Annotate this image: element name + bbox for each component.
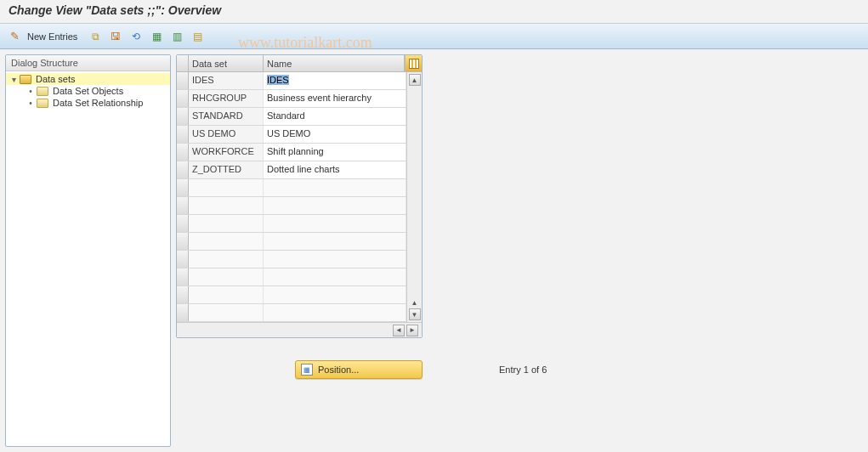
copy-as-icon[interactable] — [88, 29, 103, 44]
folder-closed-icon — [37, 99, 48, 108]
cell-dataset[interactable]: US DEMO — [189, 126, 264, 143]
dialog-structure-tree: ▾Data sets•Data Set Objects•Data Set Rel… — [6, 71, 170, 110]
cell-name[interactable] — [264, 197, 406, 214]
tree-node-label: Data sets — [36, 74, 75, 84]
row-selector[interactable] — [177, 161, 189, 178]
table-row-empty — [177, 251, 406, 268]
table-row-empty — [177, 179, 406, 197]
cell-name[interactable] — [264, 251, 406, 268]
cell-name[interactable] — [264, 304, 406, 321]
cell-name[interactable]: Shift planning — [264, 144, 406, 161]
row-selector[interactable] — [177, 126, 189, 143]
cell-dataset[interactable] — [189, 286, 264, 303]
undo-icon[interactable] — [128, 29, 144, 44]
cell-name[interactable] — [264, 286, 406, 303]
tree-node[interactable]: ▾Data sets — [6, 73, 170, 85]
tree-node-label: Data Set Relationship — [53, 98, 143, 108]
column-header-dataset[interactable]: Data set — [189, 55, 264, 71]
deselect-all-icon[interactable] — [190, 29, 205, 44]
page-title: Change View "Data sets ;;": Overview — [0, 0, 868, 24]
row-selector[interactable] — [177, 179, 189, 196]
cell-dataset[interactable] — [189, 215, 264, 232]
cell-name[interactable]: US DEMO — [264, 126, 406, 143]
row-selector[interactable] — [177, 197, 189, 214]
table-header-row: Data set Name — [177, 55, 422, 72]
table-row-empty — [177, 286, 406, 304]
tree-node[interactable]: •Data Set Objects — [6, 85, 170, 97]
entry-counter-text: Entry 1 of 6 — [499, 364, 547, 375]
data-sets-table: Data set Name IDESIDESRHCGROUPBusiness e… — [176, 54, 423, 338]
row-selector[interactable] — [177, 233, 189, 250]
table-settings-icon — [409, 59, 419, 69]
table-row: US DEMOUS DEMO — [177, 126, 406, 144]
application-toolbar: New Entries — [0, 24, 868, 49]
cell-dataset[interactable]: Z_DOTTED — [189, 161, 264, 178]
table-row: WORKFORCEShift planning — [177, 144, 406, 161]
vertical-scrollbar[interactable]: ▲ ▲ ▼ — [406, 72, 422, 322]
row-selector[interactable] — [177, 286, 189, 303]
cell-dataset[interactable] — [189, 179, 264, 196]
new-entries-button[interactable]: New Entries — [27, 31, 77, 42]
row-selector[interactable] — [177, 108, 189, 125]
select-all-icon[interactable] — [149, 29, 164, 44]
position-button[interactable]: ▦ Position... — [295, 360, 423, 379]
row-selector[interactable] — [177, 144, 189, 161]
cell-name[interactable]: Dotted line charts — [264, 161, 406, 178]
row-selector[interactable] — [177, 90, 189, 107]
delete-icon[interactable] — [108, 29, 123, 44]
row-selector[interactable] — [177, 304, 189, 321]
cell-name[interactable] — [264, 268, 406, 285]
folder-open-icon — [20, 75, 31, 84]
position-icon: ▦ — [301, 364, 313, 376]
table-row-empty — [177, 268, 406, 286]
table-row: STANDARDStandard — [177, 108, 406, 126]
cell-dataset[interactable]: WORKFORCE — [189, 144, 264, 161]
select-block-icon[interactable] — [169, 29, 184, 44]
cell-name[interactable]: IDES — [264, 72, 406, 89]
cell-name[interactable]: Business event hierarchy — [264, 90, 406, 107]
table-row: Z_DOTTEDDotted line charts — [177, 161, 406, 179]
tree-expander-icon[interactable]: ▾ — [9, 75, 18, 84]
change-icon[interactable] — [7, 29, 22, 44]
cell-name[interactable]: Standard — [264, 108, 406, 125]
row-selector[interactable] — [177, 215, 189, 232]
cell-dataset[interactable] — [189, 197, 264, 214]
table-row: IDESIDES — [177, 72, 406, 90]
folder-closed-icon — [37, 87, 48, 96]
cell-dataset[interactable] — [189, 268, 264, 285]
cell-dataset[interactable] — [189, 304, 264, 321]
cell-dataset[interactable] — [189, 251, 264, 268]
position-button-label: Position... — [318, 364, 359, 375]
table-row-empty — [177, 215, 406, 233]
row-selector[interactable] — [177, 268, 189, 285]
dialog-structure-panel: Dialog Structure ▾Data sets•Data Set Obj… — [5, 54, 171, 447]
scroll-down-arrow-icon: ▲ — [409, 297, 421, 308]
table-row-empty — [177, 304, 406, 322]
scroll-right-button[interactable]: ► — [406, 325, 418, 336]
table-row: RHCGROUPBusiness event hierarchy — [177, 90, 406, 108]
cell-name[interactable] — [264, 233, 406, 250]
row-selector-header[interactable] — [177, 55, 189, 71]
row-selector[interactable] — [177, 72, 189, 89]
horizontal-scrollbar[interactable]: ◄ ► — [177, 322, 422, 337]
scroll-up-button[interactable]: ▲ — [409, 74, 421, 86]
table-row-empty — [177, 233, 406, 251]
table-row-empty — [177, 197, 406, 215]
cell-name[interactable] — [264, 179, 406, 196]
cell-dataset[interactable]: IDES — [189, 72, 264, 89]
dialog-structure-header: Dialog Structure — [6, 55, 170, 71]
column-header-name[interactable]: Name — [264, 55, 405, 71]
table-body: IDESIDESRHCGROUPBusiness event hierarchy… — [177, 72, 406, 322]
table-settings-button[interactable] — [405, 55, 422, 71]
cell-dataset[interactable]: RHCGROUP — [189, 90, 264, 107]
scroll-down-button[interactable]: ▼ — [409, 308, 421, 320]
row-selector[interactable] — [177, 251, 189, 268]
scroll-left-button[interactable]: ◄ — [393, 325, 405, 336]
cell-dataset[interactable] — [189, 233, 264, 250]
tree-bullet-icon: • — [26, 99, 35, 108]
tree-bullet-icon: • — [26, 87, 35, 96]
tree-node-label: Data Set Objects — [53, 86, 123, 96]
tree-node[interactable]: •Data Set Relationship — [6, 97, 170, 109]
cell-dataset[interactable]: STANDARD — [189, 108, 264, 125]
cell-name[interactable] — [264, 215, 406, 232]
